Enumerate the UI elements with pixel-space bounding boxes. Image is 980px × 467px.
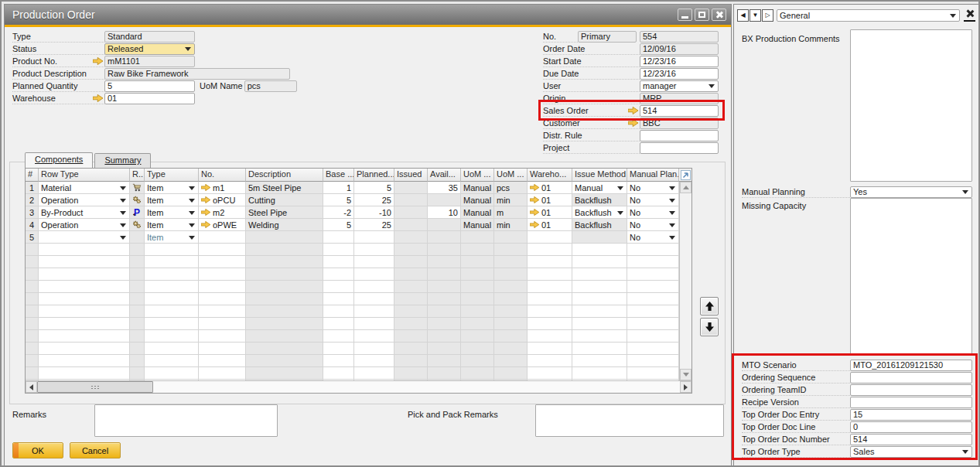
cell-base bbox=[323, 256, 354, 268]
scroll-right-button[interactable] bbox=[680, 381, 691, 393]
cell-type[interactable]: Item bbox=[145, 219, 199, 231]
category-combo[interactable]: General bbox=[777, 9, 960, 22]
sales-order-field[interactable]: 514 bbox=[640, 105, 719, 117]
close-panel-button[interactable] bbox=[964, 9, 975, 22]
cell-type[interactable]: Item bbox=[145, 206, 199, 219]
cell-desc bbox=[246, 318, 323, 330]
scrollbar-thumb[interactable] bbox=[37, 381, 153, 393]
cell-warehouse[interactable]: 01 bbox=[528, 206, 572, 219]
cell-type[interactable]: Item bbox=[145, 231, 199, 244]
cell-manual_plan[interactable]: No bbox=[627, 194, 679, 206]
cell-row_type bbox=[39, 380, 130, 380]
mto-field-input[interactable]: MTO_20161209121530 bbox=[850, 360, 972, 371]
maximize-button[interactable] bbox=[695, 9, 709, 21]
cell-no[interactable]: m2 bbox=[199, 206, 246, 219]
cell-avail: 35 bbox=[428, 182, 461, 194]
mto-field-input[interactable] bbox=[850, 397, 972, 408]
category-menu-button[interactable]: ▼ bbox=[750, 9, 761, 22]
cancel-button[interactable]: Cancel bbox=[70, 442, 121, 458]
link-arrow-icon[interactable] bbox=[628, 119, 640, 127]
cell-manual_plan[interactable]: No bbox=[627, 182, 679, 194]
cell-issued bbox=[394, 268, 428, 281]
user-combo[interactable]: manager bbox=[640, 80, 719, 92]
window-titlebar[interactable]: Production Order bbox=[5, 5, 731, 25]
scroll-up-button[interactable] bbox=[680, 182, 691, 193]
cell-base bbox=[323, 318, 354, 330]
scroll-down-button[interactable] bbox=[680, 369, 691, 380]
comments-textarea[interactable] bbox=[850, 29, 972, 182]
cell-uom_method bbox=[461, 281, 494, 293]
cell-row_type[interactable]: Operation bbox=[39, 194, 130, 206]
scroll-left-button[interactable] bbox=[26, 381, 37, 393]
cell-type[interactable]: Item bbox=[145, 182, 199, 194]
doc-no-row: No. Primary 554 bbox=[543, 30, 729, 43]
table-row: 1MaterialItemm15m Steel Pipe1535Manualpc… bbox=[26, 182, 679, 194]
cell-row_type[interactable]: By-Product bbox=[39, 206, 130, 219]
due-date-field[interactable]: 12/23/16 bbox=[640, 68, 719, 80]
close-button[interactable] bbox=[712, 9, 726, 21]
cell-uom_method bbox=[461, 355, 494, 367]
byproduct-icon: P bbox=[130, 206, 145, 219]
missing-capacity-textarea[interactable] bbox=[850, 198, 972, 355]
start-date-field[interactable]: 12/23/16 bbox=[640, 56, 719, 67]
cell-row_type[interactable]: Material bbox=[39, 182, 130, 194]
warehouse-field[interactable]: 01 bbox=[104, 93, 195, 104]
ok-button[interactable]: OK bbox=[12, 442, 63, 458]
cell-issue_method bbox=[572, 367, 627, 380]
cell-no[interactable]: oPCU bbox=[199, 194, 246, 206]
cell-issued bbox=[394, 219, 428, 231]
table-row bbox=[26, 256, 679, 268]
next-category-button[interactable]: ▷ bbox=[762, 9, 773, 22]
mto-field-input[interactable] bbox=[850, 372, 972, 383]
scrollbar-track[interactable] bbox=[153, 381, 680, 393]
cell-manual_plan[interactable]: No bbox=[627, 206, 679, 219]
tab-components[interactable]: Components bbox=[25, 152, 93, 168]
cell-avail bbox=[428, 367, 461, 380]
mto-field-input[interactable]: 0 bbox=[850, 421, 972, 433]
mto-field-label: Top Order Doc Entry bbox=[742, 410, 819, 419]
move-row-up-button[interactable] bbox=[700, 297, 719, 315]
minimize-button[interactable] bbox=[678, 9, 692, 21]
project-field[interactable] bbox=[640, 142, 719, 154]
manual-planning-combo[interactable]: Yes bbox=[850, 186, 972, 198]
tab-summary[interactable]: Summary bbox=[94, 153, 151, 168]
sales-order-row: Sales Order 514 bbox=[543, 104, 729, 117]
tab-bar: Components Summary bbox=[25, 153, 152, 169]
planned-quantity-field[interactable]: 5 bbox=[104, 80, 195, 92]
arrow-down-icon bbox=[705, 322, 715, 332]
mto-field-input[interactable]: 514 bbox=[850, 434, 972, 445]
cell-warehouse[interactable]: 01 bbox=[528, 219, 572, 231]
mto-field-input[interactable] bbox=[850, 384, 972, 396]
cell-avail bbox=[428, 219, 461, 231]
mto-field-input[interactable]: 15 bbox=[850, 409, 972, 421]
cell-issue_method[interactable]: Manual bbox=[572, 182, 627, 194]
cell-no[interactable]: oPWE bbox=[199, 219, 246, 231]
link-arrow-icon[interactable] bbox=[628, 107, 640, 114]
remarks-textarea[interactable] bbox=[94, 404, 278, 437]
mto-field-label: Top Order Doc Line bbox=[742, 422, 815, 431]
move-row-down-button[interactable] bbox=[700, 318, 719, 336]
link-arrow-icon[interactable] bbox=[93, 57, 104, 65]
distr-rule-field[interactable] bbox=[640, 130, 719, 141]
link-arrow-icon[interactable] bbox=[93, 94, 104, 102]
cell-no[interactable]: m1 bbox=[199, 182, 246, 194]
cell-issue_method[interactable]: Backflush bbox=[572, 206, 627, 219]
horizontal-scrollbar[interactable] bbox=[26, 380, 691, 393]
vertical-scrollbar[interactable] bbox=[679, 182, 691, 380]
cell-warehouse[interactable]: 01 bbox=[528, 182, 572, 194]
table-row bbox=[26, 281, 679, 293]
cell-manual_plan[interactable]: No bbox=[627, 219, 679, 231]
cell-type[interactable]: Item bbox=[145, 194, 199, 206]
cell-row_type[interactable] bbox=[39, 231, 130, 244]
cell-manual_plan[interactable]: No bbox=[627, 231, 679, 244]
cell-warehouse[interactable]: 01 bbox=[528, 194, 572, 206]
expand-grid-icon[interactable] bbox=[679, 169, 691, 182]
status-combo[interactable]: Released bbox=[104, 43, 195, 55]
cell-row_type[interactable]: Operation bbox=[39, 219, 130, 231]
mto-field-row: Top Order Doc Entry15 bbox=[734, 408, 980, 421]
pick-pack-remarks-textarea[interactable] bbox=[535, 404, 724, 437]
comments-label: BX Production Comments bbox=[742, 34, 840, 43]
table-row: 4OperationItemoPWEWelding525Manualmin01B… bbox=[26, 219, 679, 231]
mto-field-combo[interactable]: Sales bbox=[850, 446, 972, 458]
prev-category-button[interactable]: ◀ bbox=[737, 9, 749, 22]
